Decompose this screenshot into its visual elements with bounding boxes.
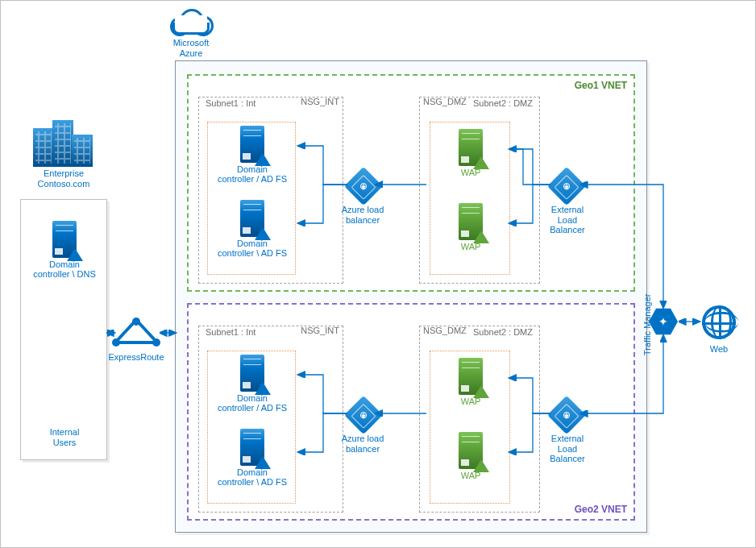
geo2-nsg-int-label: NSG_INT — [301, 326, 339, 335]
geo1-subnet-int: Subnet1 : Int NSG_INT Domain controller … — [198, 97, 343, 284]
availability-set: Domain controller / AD FS Domain control… — [207, 122, 296, 275]
geo2-nsg-dmz-label: NSG_DMZ — [423, 326, 467, 335]
traffic-manager-icon — [649, 307, 678, 336]
server-icon — [459, 203, 483, 240]
geo2-subnet-dmz-label: Subnet2 : DMZ — [470, 326, 536, 338]
load-balancer-icon: ⊕ — [547, 167, 586, 206]
enterprise-label: Enterprise Contoso.com — [25, 168, 102, 189]
diagram-stage: Microsoft Azure Enterprise Contoso.com D… — [0, 0, 756, 548]
lb-int-label: Azure load balancer — [337, 434, 388, 454]
svg-point-3 — [112, 338, 120, 347]
dc-adfs-label: Domain controller / AD FS — [208, 164, 297, 184]
dc-adfs-label: Domain controller \ AD FS — [208, 467, 297, 487]
vnet-geo2-title: Geo2 VNET — [575, 504, 627, 515]
wap-label: WAP — [426, 168, 515, 177]
lb-ext-label: External Load Balancer — [543, 205, 592, 235]
server-icon — [459, 129, 483, 166]
geo1-subnet-int-label: Subnet1 : Int — [202, 97, 259, 110]
azure-cloud-box: Geo1 VNET Subnet1 : Int NSG_INT Domain c… — [175, 60, 647, 533]
dc-adfs-label: Domain controller \ AD FS — [208, 239, 297, 258]
server-icon — [240, 429, 264, 466]
load-balancer-icon: ⊕ — [547, 396, 586, 434]
dc-dns-label: Domain controller \ DNS — [20, 259, 109, 279]
availability-set: Domain controller / AD FS Domain control… — [207, 351, 296, 504]
web-label: Web — [702, 344, 736, 355]
server-icon — [240, 355, 264, 392]
svg-point-1 — [132, 318, 140, 326]
traffic-manager-label: Traffic Manager — [642, 294, 653, 355]
lb-int-label: Azure load balancer — [337, 205, 388, 225]
server-icon — [52, 221, 77, 258]
load-balancer-icon: ⊕ — [344, 396, 383, 434]
expressroute-icon — [112, 318, 160, 351]
server-icon — [459, 358, 483, 395]
load-balancer-icon: ⊕ — [344, 167, 383, 206]
availability-set: WAP WAP — [430, 351, 510, 504]
geo2-subnet-int-label: Subnet1 : Int — [202, 326, 259, 338]
vnet-geo1-title: Geo1 VNET — [575, 80, 627, 91]
dc-adfs-label: Domain controller / AD FS — [208, 393, 297, 413]
wap-label: WAP — [426, 396, 515, 406]
geo1-subnet-dmz: Subnet2 : DMZ NSG_DMZ WAP WAP — [419, 97, 540, 284]
enterprise-buildings-icon — [33, 118, 94, 167]
enterprise-box: Domain controller \ DNS Internal Users — [20, 199, 107, 460]
server-icon — [459, 432, 483, 469]
svg-point-2 — [152, 338, 160, 347]
globe-icon — [702, 305, 736, 339]
lb-ext-label: External Load Balancer — [543, 434, 592, 464]
availability-set: WAP WAP — [430, 122, 510, 275]
server-icon — [240, 126, 264, 163]
geo1-subnet-dmz-label: Subnet2 : DMZ — [470, 97, 536, 110]
vnet-geo1: Geo1 VNET Subnet1 : Int NSG_INT Domain c… — [187, 74, 635, 292]
vnet-geo2: Geo2 VNET Subnet1 : Int NSG_INT Domain c… — [187, 303, 635, 521]
geo1-nsg-int-label: NSG_INT — [301, 97, 339, 106]
wap-label: WAP — [426, 471, 515, 480]
geo2-subnet-int: Subnet1 : Int NSG_INT Domain controller … — [198, 326, 343, 513]
expressroute-label: ExpressRoute — [106, 352, 167, 363]
wap-label: WAP — [426, 242, 515, 251]
azure-label: Microsoft Azure — [162, 38, 220, 58]
azure-cloud-icon — [170, 9, 212, 36]
geo2-subnet-dmz: Subnet2 : DMZ NSG_DMZ WAP WAP — [419, 326, 540, 513]
internal-users-label: Internal Users — [44, 427, 85, 447]
server-icon — [240, 200, 264, 237]
geo1-nsg-dmz-label: NSG_DMZ — [423, 97, 467, 106]
